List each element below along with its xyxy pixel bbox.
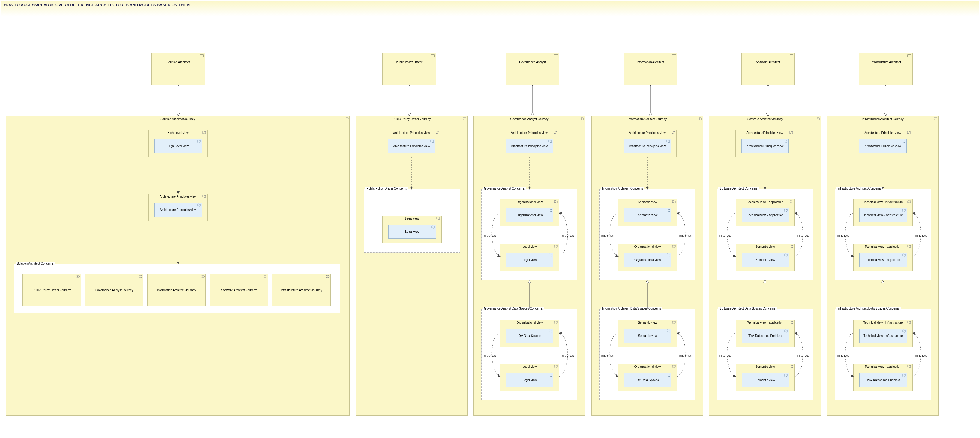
diagram-canvas: Solution Architect Public Policy Officer… [0, 0, 980, 17]
influence-connectors [0, 0, 980, 17]
